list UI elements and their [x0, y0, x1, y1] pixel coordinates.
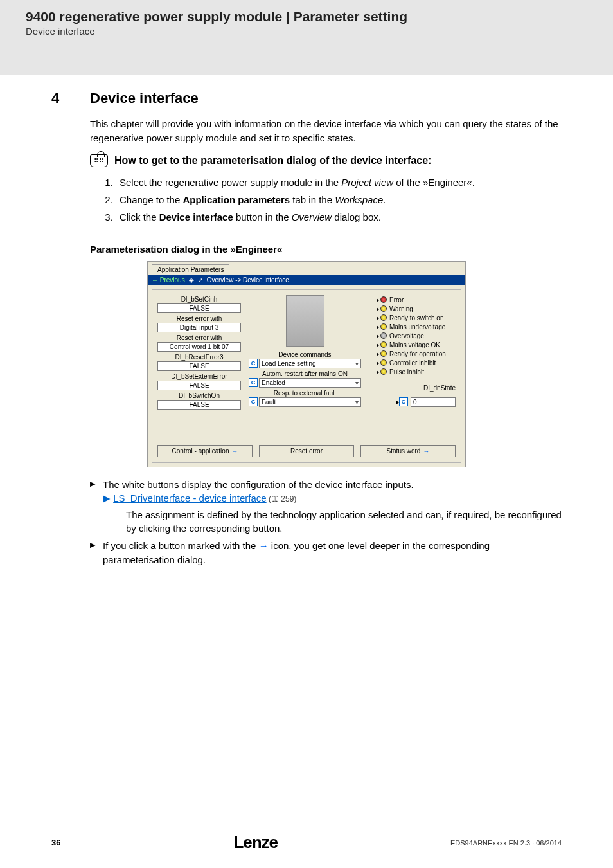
status-led-row: Mains undervoltage [369, 323, 456, 330]
led-icon [380, 368, 387, 375]
text: . [383, 194, 386, 205]
step-3: Click the Device interface button in the… [116, 208, 562, 226]
text: tab in the [290, 194, 335, 205]
status-led-row: Overvoltage [369, 332, 456, 339]
device-commands-dropdown[interactable]: Load Lenze setting▾ [259, 359, 361, 368]
inputs-column: DI_bSetCinh FALSE Reset error with Digit… [157, 295, 241, 437]
chevron-down-icon: ▾ [355, 379, 359, 386]
c-badge-icon[interactable]: C [399, 397, 408, 406]
arrow-right-icon: → [423, 448, 429, 455]
tab-strip: Application Parameters [148, 262, 465, 275]
screenshot-caption: Parameterisation dialog in the »Engineer… [90, 244, 562, 255]
step-1: Select the regenerative power supply mod… [116, 174, 562, 191]
autorestart-dropdown[interactable]: Enabled▾ [259, 378, 361, 388]
status-led-row: Pulse inhibit [369, 368, 456, 375]
bottom-button-row: Control - application→ Reset error Statu… [157, 445, 456, 457]
dialog-body: DI_bSetCinh FALSE Reset error with Digit… [152, 289, 461, 463]
status-word-button[interactable]: Status word→ [360, 445, 456, 457]
status-led-row: Controller inhibit [369, 359, 456, 366]
chevron-down-icon: ▾ [355, 399, 359, 406]
step-2: Change to the Application parameters tab… [116, 191, 562, 208]
input-value-button[interactable]: FALSE [157, 400, 241, 410]
led-icon [380, 350, 387, 357]
status-led-row: Ready to switch on [369, 314, 456, 321]
text-italic: Workspace [335, 194, 383, 205]
text-bold: Application parameters [182, 194, 290, 205]
page-footer: 36 Lenze EDS94ARNExxxx EN 2.3 · 06/2014 [0, 833, 613, 853]
status-text: Ready for operation [389, 350, 446, 357]
page-header: 9400 regenerative power supply module | … [0, 0, 613, 75]
state-value: 0 [411, 397, 456, 407]
steps-list: Select the regenerative power supply mod… [116, 174, 562, 226]
control-application-button[interactable]: Control - application→ [157, 445, 253, 457]
status-column: Error Warning Ready to switch on Mains u… [369, 295, 456, 437]
page-reference: (🕮 259) [267, 494, 297, 503]
note-2: If you click a button marked with the → … [90, 539, 562, 567]
input-value-button[interactable]: FALSE [157, 303, 241, 313]
header-subtitle: Device interface [26, 26, 587, 37]
input-value-button[interactable]: Control word 1 bit 07 [157, 342, 241, 352]
c-badge-icon[interactable]: C [249, 378, 258, 387]
section-number: 4 [51, 90, 71, 107]
header-title: 9400 regenerative power supply module | … [26, 9, 587, 24]
led-icon [380, 296, 387, 303]
led-icon [380, 305, 387, 312]
note-1-sub: The assignment is defined by the technol… [117, 508, 562, 535]
status-led-row: Mains voltage OK [369, 341, 456, 348]
section-heading: 4 Device interface [51, 90, 562, 107]
input-value-button[interactable]: FALSE [157, 361, 241, 371]
input-label: Reset error with [157, 314, 241, 323]
text-italic: Overview [292, 212, 332, 222]
breadcrumb-bar: ← Previous ◈ ⤢ Overview -> Device interf… [148, 275, 465, 285]
led-icon [380, 341, 387, 348]
status-text: Overvoltage [389, 332, 424, 339]
tab-application-parameters[interactable]: Application Parameters [152, 264, 229, 275]
c-badge-icon[interactable]: C [249, 397, 258, 406]
breadcrumb-path: Overview -> Device interface [207, 276, 289, 284]
status-led-row: Error [369, 296, 456, 303]
section-title: Device interface [90, 90, 199, 107]
status-text: Warning [389, 305, 413, 312]
howto-title: How to get to the parameterisation dialo… [114, 155, 431, 167]
page-number: 36 [51, 838, 60, 847]
link-bullet: ▶ [103, 493, 113, 503]
keyboard-mouse-icon: ⠿⠿ [90, 154, 108, 167]
nav-icon[interactable]: ◈ [189, 276, 194, 284]
c-badge-icon[interactable]: C [249, 359, 258, 368]
input-label: DI_bResetError3 [157, 353, 241, 361]
input-value-button[interactable]: Digital input 3 [157, 323, 241, 332]
previous-button[interactable]: ← Previous [152, 276, 185, 284]
status-text: Controller inhibit [389, 359, 436, 366]
status-led-row: Warning [369, 305, 456, 312]
brand-logo: Lenze [233, 833, 278, 853]
center-column: Device commands C Load Lenze setting▾ Au… [244, 295, 366, 437]
text: button in the [233, 212, 292, 222]
nav-icon[interactable]: ⤢ [198, 276, 203, 284]
input-label: DI_bSwitchOn [157, 392, 241, 400]
note-text: The white buttons display the configurat… [103, 479, 414, 490]
status-text: Pulse inhibit [389, 368, 424, 375]
state-label: DI_dnState [369, 384, 456, 392]
howto-heading: ⠿⠿ How to get to the parameterisation di… [90, 154, 562, 167]
text: dialog box. [332, 212, 381, 222]
led-icon [380, 323, 387, 330]
chevron-down-icon: ▾ [355, 360, 359, 367]
dropdown-label: Resp. to external fault [274, 390, 336, 397]
input-label: DI_bSetExternError [157, 372, 241, 381]
intro-paragraph: This chapter will provide you with infor… [90, 117, 562, 145]
text: Select the regenerative power supply mod… [120, 177, 341, 188]
drive-interface-link[interactable]: LS_DriveInterface - device interface [113, 493, 266, 503]
dropdown-label: Device commands [278, 351, 331, 358]
status-text: Mains undervoltage [389, 323, 445, 330]
input-label: Reset error with [157, 334, 241, 342]
text: Click the [120, 212, 159, 222]
status-text: Ready to switch on [389, 314, 444, 321]
led-icon [380, 332, 387, 339]
external-fault-dropdown[interactable]: Fault▾ [259, 397, 361, 407]
arrow-right-icon: → [259, 540, 269, 551]
status-text: Mains voltage OK [389, 341, 440, 348]
device-image [286, 295, 324, 347]
reset-error-button[interactable]: Reset error [259, 445, 354, 457]
led-icon [380, 359, 387, 366]
input-value-button[interactable]: FALSE [157, 381, 241, 390]
